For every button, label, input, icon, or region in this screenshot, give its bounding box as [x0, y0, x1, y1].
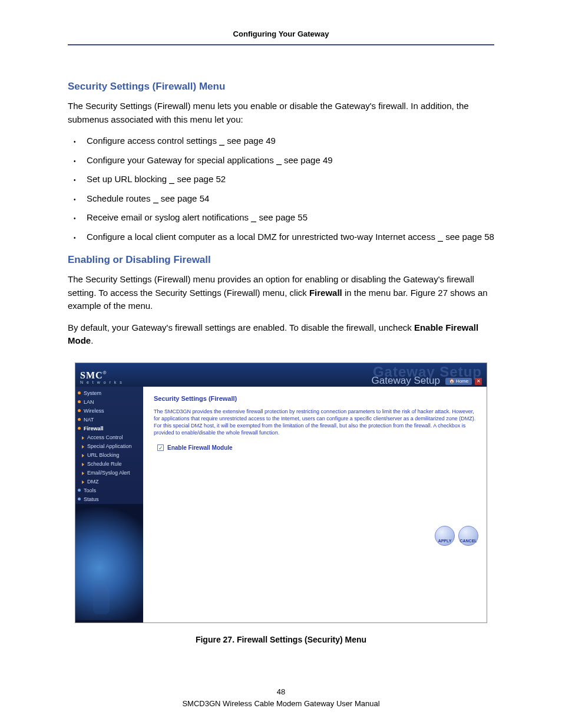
cancel-label: CANCEL: [459, 539, 477, 543]
nav-status[interactable]: Status: [75, 495, 143, 504]
action-buttons: APPLY CANCEL: [435, 526, 478, 546]
bullet-item: Configure a local client computer as a l…: [81, 230, 494, 244]
nav-url-blocking[interactable]: URL Blocking: [75, 451, 143, 460]
embedded-screenshot: SMC® N e t w o r k s Gateway Setup Gatew…: [75, 363, 487, 623]
cancel-button[interactable]: CANCEL: [458, 526, 478, 546]
ss-nav: System LAN Wireless NAT Firewall Access …: [75, 389, 143, 504]
figure-caption: Figure 27. Firewall Settings (Security) …: [68, 635, 494, 644]
page-number: 48: [0, 686, 562, 698]
apply-button[interactable]: APPLY: [435, 526, 455, 546]
nav-system[interactable]: System: [75, 389, 143, 398]
text: By default, your Gateway's firewall sett…: [68, 322, 414, 332]
apply-label: APPLY: [438, 539, 452, 543]
logo-text: SMC: [80, 370, 103, 380]
checkbox-row: ✓ Enable Firewall Module: [154, 444, 476, 451]
ss-body: System LAN Wireless NAT Firewall Access …: [75, 387, 487, 622]
section-heading-firewall-menu: Security Settings (Firewall) Menu: [68, 81, 494, 93]
nav-firewall[interactable]: Firewall: [75, 424, 143, 433]
bg-title: Gateway Setup: [372, 365, 482, 379]
section-heading-enable-firewall: Enabling or Disabling Firewall: [68, 254, 494, 266]
text: .: [91, 335, 93, 345]
nav-access-control[interactable]: Access Control: [75, 433, 143, 442]
enable-firewall-label: Enable Firewall Module: [167, 444, 233, 451]
bullet-item: Schedule routes ⎯ see page 54: [81, 192, 494, 206]
nav-lan[interactable]: LAN: [75, 398, 143, 407]
page-footer: 48 SMCD3GN Wireless Cable Modem Gateway …: [0, 686, 562, 709]
ss-title-wrap: Gateway Setup Gateway Setup 🏠 Home ✕: [372, 365, 482, 386]
nav-wireless[interactable]: Wireless: [75, 407, 143, 416]
running-header: Configuring Your Gateway: [68, 29, 494, 38]
nav-nat[interactable]: NAT: [75, 416, 143, 424]
enable-firewall-checkbox[interactable]: ✓: [157, 444, 164, 451]
sidebar-art: [75, 504, 143, 620]
content-desc: The SMCD3GN provides the extensive firew…: [154, 408, 476, 437]
section2-para2: By default, your Gateway's firewall sett…: [68, 321, 494, 348]
section2-para1: The Security Settings (Firewall) menu pr…: [68, 273, 494, 313]
ss-topbar: SMC® N e t w o r k s Gateway Setup Gatew…: [75, 363, 487, 387]
nav-email-syslog-alert[interactable]: Email/Syslog Alert: [75, 469, 143, 477]
nav-tools[interactable]: Tools: [75, 486, 143, 495]
ss-sidebar: System LAN Wireless NAT Firewall Access …: [75, 387, 143, 622]
bold-firewall: Firewall: [309, 288, 342, 298]
logo-subtext: N e t w o r k s: [80, 380, 123, 384]
nav-schedule-rule[interactable]: Schedule Rule: [75, 460, 143, 469]
bullet-item: Set up URL blocking ⎯ see page 52: [81, 173, 494, 186]
bullet-item: Configure your Gateway for special appli…: [81, 154, 494, 167]
book-title: SMCD3GN Wireless Cable Modem Gateway Use…: [0, 698, 562, 710]
logo-reg: ®: [103, 370, 107, 375]
nav-special-application[interactable]: Special Application: [75, 442, 143, 451]
section1-intro: The Security Settings (Firewall) menu le…: [68, 100, 494, 126]
page: Configuring Your Gateway Security Settin…: [0, 0, 562, 644]
bullet-item: Receive email or syslog alert notificati…: [81, 211, 494, 225]
bullet-item: Configure access control settings ⎯ see …: [81, 134, 494, 148]
nav-dmz[interactable]: DMZ: [75, 477, 143, 486]
bullet-list: Configure access control settings ⎯ see …: [68, 134, 494, 243]
header-rule: [68, 44, 494, 45]
ss-content: Security Settings (Firewall) The SMCD3GN…: [143, 387, 487, 622]
smc-logo: SMC® N e t w o r k s: [80, 371, 123, 386]
content-title: Security Settings (Firewall): [154, 395, 476, 402]
